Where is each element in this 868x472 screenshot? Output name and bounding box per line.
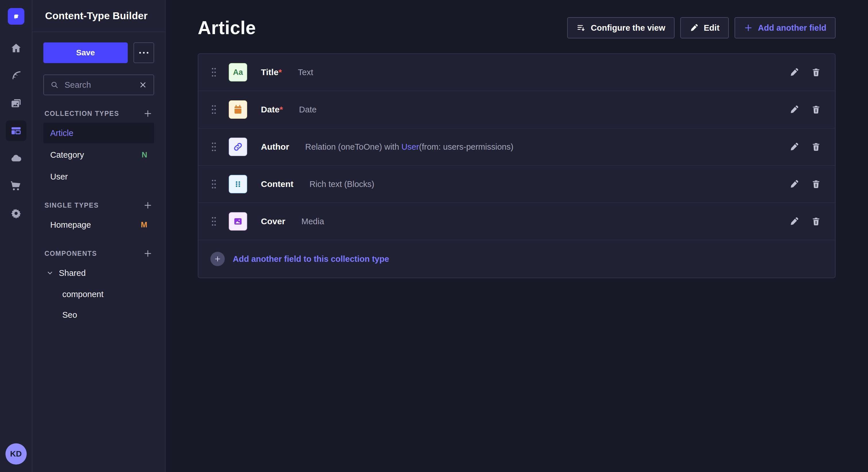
field-row-content: Content Rich text (Blocks) [198, 166, 835, 203]
sidebar-item-homepage[interactable]: Homepage M [43, 214, 154, 235]
page-header: Article Configure the view Edit Add anot… [198, 17, 836, 38]
add-component-button[interactable] [143, 249, 152, 258]
drag-handle-icon[interactable] [211, 179, 217, 189]
field-type: Rich text (Blocks) [309, 179, 374, 189]
section-label: COMPONENTS [44, 250, 97, 258]
more-actions-button[interactable] [133, 42, 154, 63]
edit-field-button[interactable] [788, 140, 801, 153]
draft-status-badge: N [142, 150, 148, 160]
close-icon [138, 80, 147, 89]
search-input[interactable] [65, 80, 133, 90]
required-asterisk: * [280, 105, 283, 114]
pencil-icon [789, 105, 799, 114]
section-label: SINGLE TYPES [44, 202, 99, 209]
add-collection-type-button[interactable] [143, 109, 152, 118]
add-another-field-button[interactable]: Add another field [735, 17, 836, 38]
sidebar-item-category[interactable]: Category N [43, 144, 154, 165]
delete-field-button[interactable] [810, 140, 823, 153]
configure-list-icon [577, 23, 586, 32]
sidebar-header: Content-Type Builder [32, 0, 165, 32]
configure-view-button[interactable]: Configure the view [567, 17, 674, 38]
media-field-icon [229, 212, 247, 231]
edit-field-button[interactable] [788, 66, 801, 78]
marketplace-cart-icon[interactable] [6, 175, 26, 196]
text-field-icon: Aa [229, 63, 247, 81]
group-label: Shared [59, 268, 86, 278]
field-name: Content [261, 179, 293, 189]
sidebar-body: Save COLLECTION TYPES [32, 32, 165, 325]
pencil-icon [789, 67, 799, 77]
trash-icon [811, 179, 821, 189]
modified-status-badge: M [141, 221, 148, 229]
button-label: Edit [704, 23, 720, 33]
content-type-builder-icon[interactable] [6, 121, 26, 141]
delete-field-button[interactable] [810, 103, 823, 116]
settings-gear-icon[interactable] [6, 203, 26, 224]
add-field-to-collection-link[interactable]: Add another field to this collection typ… [233, 255, 389, 264]
add-field-circle-button[interactable] [210, 252, 225, 266]
sidebar-item-article[interactable]: Article [43, 123, 154, 143]
user-avatar[interactable]: KD [5, 443, 27, 465]
field-name: Date* [261, 105, 283, 114]
field-name: Cover [261, 216, 285, 226]
blocks-field-icon [229, 175, 247, 193]
page-title: Article [198, 17, 256, 38]
field-row-title: Aa Title* Text [198, 54, 835, 91]
field-row-author: Author Relation (oneToOne) with User(fro… [198, 129, 835, 166]
trash-icon [811, 105, 821, 114]
search-box [43, 74, 154, 95]
edit-button[interactable]: Edit [680, 17, 729, 38]
section-collection-types: COLLECTION TYPES Article Category N User [43, 109, 154, 187]
relation-target-link[interactable]: User [402, 142, 419, 151]
trash-icon [811, 142, 821, 152]
button-label: Configure the view [591, 23, 665, 33]
field-type: Text [298, 68, 313, 77]
fields-list-card: Aa Title* Text Date* Date [198, 53, 836, 278]
sidebar-item-seo[interactable]: Seo [43, 305, 154, 325]
field-type: Relation (oneToOne) with User(from: user… [305, 142, 513, 152]
date-field-icon [229, 100, 247, 119]
row-actions [788, 103, 823, 116]
delete-field-button[interactable] [810, 66, 823, 78]
drag-handle-icon[interactable] [211, 142, 217, 152]
icon-rail: KD [0, 0, 32, 472]
plus-icon [744, 23, 753, 32]
edit-field-button[interactable] [788, 103, 801, 116]
search-icon [50, 80, 59, 89]
nav-item-label: Article [50, 129, 73, 138]
add-single-type-button[interactable] [143, 201, 152, 210]
card-footer: Add another field to this collection typ… [198, 240, 835, 278]
row-actions [788, 66, 823, 78]
nav-item-label: component [62, 290, 104, 299]
plugin-title: Content-Type Builder [45, 10, 148, 22]
ellipsis-icon [139, 52, 148, 54]
sidebar-item-component[interactable]: component [43, 284, 154, 304]
deploy-cloud-icon[interactable] [6, 148, 26, 169]
drag-handle-icon[interactable] [211, 67, 217, 77]
relation-field-icon [229, 138, 247, 156]
chevron-down-icon [46, 269, 54, 277]
drag-handle-icon[interactable] [211, 104, 217, 115]
sidebar-item-user[interactable]: User [43, 166, 154, 187]
plus-icon [214, 255, 221, 263]
home-icon[interactable] [6, 38, 26, 59]
delete-field-button[interactable] [810, 215, 823, 228]
save-button[interactable]: Save [43, 42, 128, 63]
section-label: COLLECTION TYPES [44, 110, 119, 117]
nav-item-label: User [50, 172, 68, 181]
field-name: Title* [261, 67, 282, 77]
delete-field-button[interactable] [810, 178, 823, 191]
row-actions [788, 140, 823, 153]
drag-handle-icon[interactable] [211, 216, 217, 227]
field-name: Author [261, 142, 289, 152]
content-manager-feather-icon[interactable] [6, 65, 26, 86]
strapi-logo-icon [8, 8, 24, 25]
edit-field-button[interactable] [788, 215, 801, 228]
pencil-icon [789, 216, 799, 226]
component-group-shared[interactable]: Shared [43, 263, 154, 283]
field-type: Date [299, 105, 317, 114]
media-library-icon[interactable] [6, 93, 26, 113]
pencil-icon [789, 179, 799, 189]
clear-search-button[interactable] [138, 80, 147, 89]
edit-field-button[interactable] [788, 178, 801, 191]
